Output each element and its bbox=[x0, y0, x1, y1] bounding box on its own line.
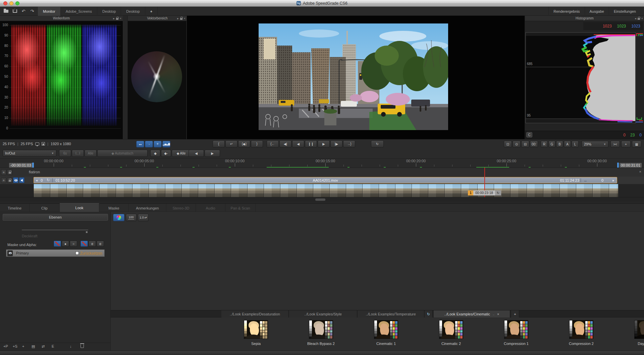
look-preset-tile[interactable] bbox=[634, 320, 644, 339]
tab-clip[interactable]: Clip bbox=[30, 204, 60, 212]
layer-stack-button[interactable]: ▤ bbox=[32, 344, 35, 349]
duration-i-i-button[interactable]: I...I bbox=[72, 150, 84, 157]
look-preset-tile[interactable] bbox=[309, 320, 333, 339]
fit-view-button[interactable]: >< bbox=[610, 141, 620, 147]
mask-off-button[interactable] bbox=[54, 241, 61, 247]
tab-audio[interactable]: Audio bbox=[196, 204, 225, 212]
goto-out-button[interactable]: →} bbox=[343, 140, 355, 147]
letterbox-button[interactable]: ⊟ bbox=[521, 141, 529, 147]
anamorphic-button[interactable]: ⊙ bbox=[513, 141, 521, 147]
step-forward-button[interactable]: |▶ bbox=[330, 140, 342, 147]
open-folder-icon[interactable] bbox=[3, 8, 9, 14]
workspace-tab-desktop[interactable]: Desktop bbox=[121, 7, 145, 16]
zoom-select[interactable]: 29%▼ bbox=[582, 141, 608, 147]
auto-keyframe-button[interactable]: ◆ Automatisch bbox=[97, 150, 148, 157]
channel-r-button[interactable]: R bbox=[541, 141, 548, 147]
timeline-ruler[interactable]: 00:00:00:0000:00:05:0000:00:10:0000:00:1… bbox=[0, 158, 644, 168]
video-preview[interactable] bbox=[259, 23, 448, 130]
look-preset-tile[interactable] bbox=[439, 320, 463, 339]
workspace-tab-adobe-screens[interactable]: Adobe_Screens bbox=[61, 7, 97, 16]
keyframe-button-2[interactable]: ◆ Alle bbox=[172, 150, 191, 157]
look-preset-tile[interactable] bbox=[504, 320, 528, 339]
look-folder-tab-2[interactable]: ../Look Examples/Style bbox=[289, 310, 357, 318]
add-workspace-tab[interactable]: + bbox=[145, 7, 158, 16]
close-tab-icon[interactable]: × bbox=[497, 312, 499, 316]
alpha-invert-button[interactable]: α bbox=[97, 241, 104, 247]
track-menu-icon[interactable]: ≡ bbox=[1, 177, 6, 183]
look-preset-tile[interactable] bbox=[569, 320, 593, 339]
duration-6s-button[interactable]: 6s bbox=[59, 150, 71, 157]
undock-icon[interactable]: ◂ bbox=[635, 17, 636, 20]
look-folder-tab-1[interactable]: ../Look Examples/Desaturation bbox=[221, 310, 289, 318]
opacity-slider-thumb[interactable] bbox=[86, 231, 88, 233]
tab-maske[interactable]: Maske bbox=[99, 204, 129, 212]
track-menu-icon[interactable]: ≡ bbox=[1, 169, 6, 175]
lock-icon[interactable] bbox=[180, 18, 182, 20]
loop-playback-button[interactable]: ↻ bbox=[371, 140, 384, 147]
tab-pan-scan[interactable]: Pan & Scan bbox=[225, 204, 256, 212]
add-primary-button[interactable]: +P bbox=[3, 344, 8, 348]
reel-name[interactable]: flatiron bbox=[29, 170, 40, 174]
alpha-use-button[interactable]: α bbox=[89, 241, 96, 247]
close-icon[interactable]: × bbox=[184, 17, 185, 20]
track-lock-icon[interactable] bbox=[7, 177, 12, 183]
play-button[interactable]: ▶ bbox=[318, 140, 330, 147]
channel-l-button[interactable]: L bbox=[572, 141, 579, 147]
timecode-overlay-button[interactable]: 00: bbox=[530, 141, 538, 147]
slider-mode-button[interactable]: 100 bbox=[126, 214, 137, 221]
lock-icon[interactable] bbox=[638, 18, 640, 20]
duration-alle-button[interactable]: Alle bbox=[85, 150, 97, 157]
pause-button[interactable]: ❙❙ bbox=[305, 140, 317, 147]
close-icon[interactable]: × bbox=[641, 17, 643, 20]
workspace-tab-desktop[interactable]: Desktop bbox=[97, 7, 121, 16]
delete-layer-button[interactable] bbox=[80, 344, 84, 349]
redo-icon[interactable]: ↷ bbox=[29, 8, 36, 14]
step-back-button[interactable]: ◀| bbox=[279, 140, 291, 147]
close-reel-icon[interactable]: × bbox=[639, 170, 641, 174]
layer-color-chip[interactable] bbox=[75, 251, 79, 255]
undo-icon[interactable]: ↶ bbox=[20, 8, 27, 14]
dual-display-toggle[interactable]: ●● bbox=[136, 141, 144, 147]
keyframe-range-button[interactable]: {◆} bbox=[238, 140, 250, 147]
waveform-toggle[interactable]: ⇈ bbox=[154, 141, 162, 147]
undock-icon[interactable]: ▸ bbox=[177, 17, 179, 20]
alpha-off-button[interactable] bbox=[80, 241, 88, 247]
look-preset-tile[interactable] bbox=[244, 320, 268, 339]
pan-view-button[interactable]: + bbox=[621, 141, 631, 147]
look-folder-tab-4[interactable]: ../Look Examples/Cinematic..× bbox=[434, 310, 510, 318]
undock-icon[interactable]: ▸ bbox=[113, 17, 115, 20]
lock-icon[interactable] bbox=[116, 18, 118, 20]
track-visibility-icon[interactable] bbox=[13, 177, 18, 183]
mask-inside-button[interactable]: ● bbox=[62, 241, 69, 247]
layer-visibility-icon[interactable] bbox=[7, 250, 13, 256]
keyframe-button-0[interactable]: ◆ bbox=[150, 150, 160, 157]
menu-einstellungen[interactable]: Einstellungen bbox=[609, 7, 641, 16]
save-look-button[interactable]: ↓ bbox=[70, 344, 72, 348]
scrollbar-handle[interactable] bbox=[315, 198, 325, 201]
tab-timeline[interactable]: Timeline bbox=[0, 204, 30, 212]
add-secondary-button[interactable]: +S bbox=[13, 344, 17, 348]
close-window-button[interactable] bbox=[3, 1, 7, 5]
layer-row-primary[interactable]: Primary Zurücksetzen bbox=[6, 249, 105, 257]
return-marker-button[interactable]: ↵ bbox=[225, 140, 237, 147]
tab-anmerkungen[interactable]: Anmerkungen bbox=[129, 204, 166, 212]
layer-reset-link[interactable]: Zurücksetzen bbox=[80, 251, 102, 255]
play-reverse-button[interactable]: ◀ bbox=[292, 140, 304, 147]
close-icon[interactable]: × bbox=[120, 17, 121, 20]
add-look-folder-button[interactable]: + bbox=[511, 310, 519, 318]
maximize-window-button[interactable] bbox=[15, 1, 19, 5]
out-marker[interactable] bbox=[617, 163, 619, 168]
in-marker[interactable] bbox=[32, 163, 34, 168]
numeric-mode-button[interactable]: 1.0▴▾ bbox=[138, 214, 149, 221]
menu-ausgabe[interactable]: Ausgabe bbox=[585, 7, 609, 16]
reorder-layers-button[interactable]: ⇄ bbox=[42, 344, 45, 349]
next-keyframe-button[interactable]: ▶ bbox=[205, 150, 220, 157]
mask-outside-button[interactable]: ○ bbox=[70, 241, 77, 247]
add-layer-button[interactable]: + bbox=[22, 344, 24, 348]
minimize-window-button[interactable] bbox=[9, 1, 13, 5]
track-audio-icon[interactable] bbox=[19, 177, 24, 183]
filmstrip[interactable] bbox=[34, 184, 618, 197]
look-preset-tile[interactable] bbox=[374, 320, 398, 339]
range-mode-select[interactable]: In/Out▼ bbox=[3, 150, 56, 157]
save-icon[interactable] bbox=[11, 8, 18, 14]
